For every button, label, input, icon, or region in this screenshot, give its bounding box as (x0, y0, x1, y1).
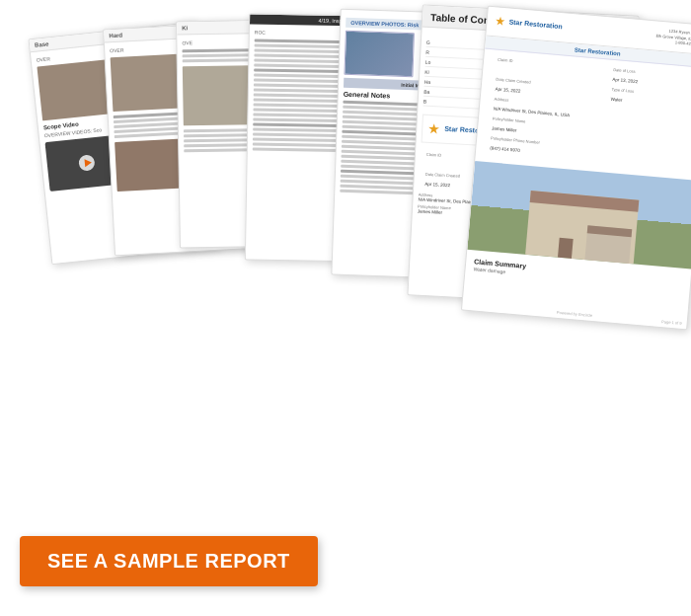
report-page-7: ★ Star Restoration 1234 Ryzen Avenue Elk… (461, 6, 691, 331)
star-icon: ★ (427, 120, 441, 137)
see-sample-report-button[interactable]: SEE A SAMPLE REPORT (20, 536, 318, 586)
company-address: 1234 Ryzen Avenue Elk Grove Village, IL … (655, 28, 691, 48)
main-container: Base OVER Scope Video OVERVIEW VIDEOS: S… (0, 0, 691, 616)
company-name: Star Restoration (508, 19, 563, 32)
risk-photo (344, 31, 415, 77)
page-3-title: Ki (182, 25, 188, 31)
fp-house-garage (584, 225, 632, 264)
fp-house-door (558, 238, 574, 259)
page-2-title: Hard (109, 33, 122, 39)
reports-stack: Base OVER Scope Video OVERVIEW VIDEOS: S… (30, 10, 681, 563)
play-triangle-icon (84, 159, 92, 168)
cta-button-label: SEE A SAMPLE REPORT (47, 550, 290, 572)
fp-info-table: Claim ID Date of Loss Apr 13, 2022 Date … (476, 48, 691, 176)
play-button-icon (78, 154, 96, 172)
star-restoration-icon: ★ (495, 15, 506, 30)
powered-by-7: Powered by Encircle (462, 302, 687, 327)
page-number-7: Page 1 of 9 (661, 319, 682, 326)
fp-house-photo (467, 161, 691, 270)
fp-logo: ★ Star Restoration (495, 15, 563, 35)
page-1-title: Base (35, 40, 49, 47)
